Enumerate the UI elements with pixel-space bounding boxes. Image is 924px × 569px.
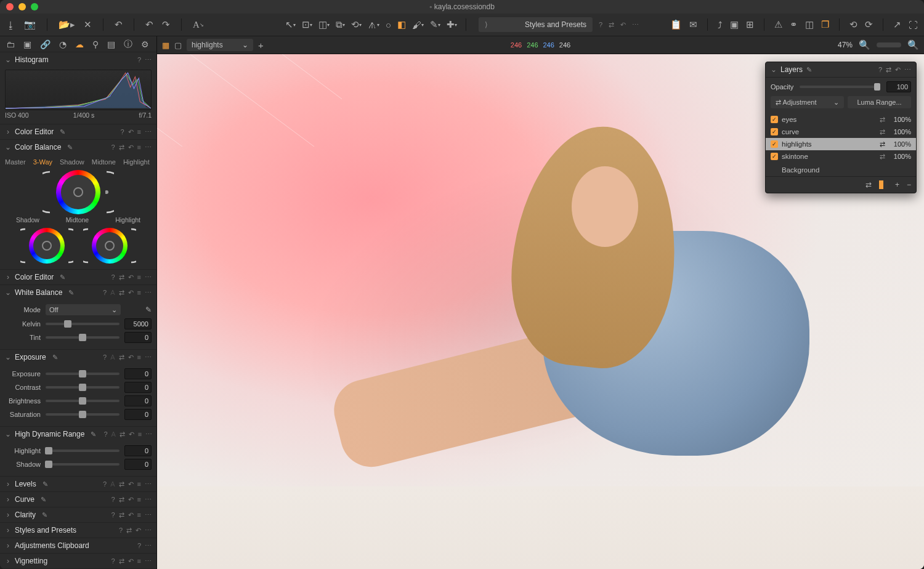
close-x-icon[interactable]: ✕ bbox=[84, 19, 92, 30]
layer-visible-checkbox[interactable]: ✓ bbox=[771, 128, 778, 135]
cb-help-icon[interactable]: ? bbox=[111, 143, 115, 151]
wb-toggle[interactable]: ⌄ bbox=[5, 288, 11, 297]
color-tab-icon[interactable]: ◔ bbox=[59, 39, 67, 49]
pencil-icon[interactable]: ✎ bbox=[52, 353, 58, 361]
kelvin-value[interactable]: 5000 bbox=[124, 318, 152, 329]
opacity-value[interactable]: 100 bbox=[886, 81, 911, 92]
sp-reset-icon[interactable]: ↶ bbox=[136, 527, 141, 535]
cv-help-icon[interactable]: ? bbox=[111, 496, 115, 504]
styles-more-icon[interactable]: ⋯ bbox=[632, 21, 639, 29]
brush-tool-icon[interactable]: 🖌▾ bbox=[412, 20, 424, 30]
hdr-more-icon[interactable]: ⋯ bbox=[145, 430, 152, 438]
cursor-tool-icon[interactable]: ↖▾ bbox=[285, 19, 296, 30]
ac-help-icon[interactable]: ? bbox=[137, 542, 141, 550]
styles-swap-icon[interactable]: ⇄ bbox=[609, 21, 614, 29]
keystone-tool-icon[interactable]: ⩚▾ bbox=[368, 20, 379, 30]
undo-icon[interactable]: ↶ bbox=[145, 19, 153, 30]
layer-visible-checkbox[interactable]: ✓ bbox=[771, 116, 778, 123]
ac-more-icon[interactable]: ⋯ bbox=[145, 542, 152, 550]
shadow-arc-right[interactable] bbox=[67, 227, 73, 264]
ce2-reset-icon[interactable]: ↶ bbox=[128, 273, 134, 281]
layer-item-curve[interactable]: ✓curve⇄100% bbox=[766, 126, 916, 138]
highlight-arc-left[interactable] bbox=[83, 227, 89, 264]
ce2-list-icon[interactable]: ≡ bbox=[137, 273, 141, 281]
select-tool-icon[interactable]: ◫▾ bbox=[318, 19, 330, 30]
cl-reset-icon[interactable]: ↶ bbox=[128, 511, 134, 519]
cb-tab-shadow[interactable]: Shadow bbox=[60, 158, 84, 166]
hdr-help-icon[interactable]: ? bbox=[103, 430, 107, 438]
lv-list-icon[interactable]: ≡ bbox=[137, 480, 141, 488]
hist-help-icon[interactable]: ? bbox=[137, 56, 141, 64]
cb-more-icon[interactable]: ⋯ bbox=[145, 143, 152, 151]
layer-add-icon[interactable]: + bbox=[895, 180, 899, 189]
ce2-toggle[interactable]: › bbox=[5, 273, 11, 281]
shadow-color-wheel[interactable] bbox=[29, 228, 65, 264]
single-view-icon[interactable]: ▢ bbox=[174, 41, 182, 50]
highlight-arc-right[interactable] bbox=[130, 227, 136, 264]
mail-icon[interactable]: ✉ bbox=[689, 19, 697, 30]
hdr-swap-icon[interactable]: ⇄ bbox=[120, 430, 125, 438]
layers-swap-icon[interactable]: ⇄ bbox=[886, 66, 891, 74]
master-color-wheel[interactable] bbox=[56, 170, 100, 214]
lv-reset-icon[interactable]: ↶ bbox=[128, 480, 134, 488]
saturation-slider[interactable] bbox=[46, 413, 120, 416]
histogram-toggle[interactable]: ⌄ bbox=[5, 55, 11, 64]
ce1-reset-icon[interactable]: ↶ bbox=[128, 128, 134, 136]
folder-open-icon[interactable]: 📂▸ bbox=[59, 19, 75, 30]
grid-view-icon[interactable]: ▦ bbox=[162, 41, 169, 50]
annotate-icon[interactable]: A↘ bbox=[193, 20, 204, 30]
cl-more-icon[interactable]: ⋯ bbox=[145, 511, 152, 519]
import-icon[interactable]: ⭳ bbox=[6, 20, 15, 30]
vg-reset-icon[interactable]: ↶ bbox=[128, 557, 134, 565]
exp-reset-icon[interactable]: ↶ bbox=[128, 353, 134, 361]
pencil-icon[interactable]: ✎ bbox=[41, 496, 46, 504]
pencil-icon[interactable]: ✎ bbox=[91, 430, 96, 438]
levels-toggle[interactable]: › bbox=[5, 480, 11, 488]
wb-help-icon[interactable]: ? bbox=[103, 289, 107, 297]
cl-swap-icon[interactable]: ⇄ bbox=[119, 511, 124, 519]
highlight-color-wheel[interactable] bbox=[92, 228, 128, 264]
shadow-arc-left[interactable] bbox=[20, 227, 26, 264]
exp-help-icon[interactable]: ? bbox=[103, 353, 107, 361]
wb-more-icon[interactable]: ⋯ bbox=[145, 289, 152, 297]
layer-sliders-icon[interactable]: ⇄ bbox=[880, 140, 885, 148]
add-layer-icon[interactable]: + bbox=[258, 40, 264, 50]
sp-help-icon[interactable]: ? bbox=[119, 527, 123, 535]
exposure-slider[interactable] bbox=[46, 373, 120, 375]
pencil-icon[interactable]: ✎ bbox=[42, 511, 47, 519]
layers-toggle[interactable]: ⌄ bbox=[771, 65, 777, 74]
vg-more-icon[interactable]: ⋯ bbox=[145, 557, 152, 565]
layer-background[interactable]: Background bbox=[766, 164, 916, 176]
repair-tool-icon[interactable]: ✚▾ bbox=[447, 19, 457, 30]
lv-swap-icon[interactable]: ⇄ bbox=[119, 480, 124, 488]
brightness-slider[interactable] bbox=[46, 400, 120, 402]
image-viewer[interactable]: ⌄ Layers ✎ ? ⇄ ↶ ⋯ Opacity 100 ⇄ Adjustm… bbox=[157, 54, 924, 569]
multi-view-icon[interactable]: ❐ bbox=[821, 19, 829, 30]
exp-list-icon[interactable]: ≡ bbox=[137, 353, 141, 361]
pencil-icon[interactable]: ✎ bbox=[60, 128, 65, 136]
exposure-value[interactable]: 0 bbox=[124, 368, 152, 379]
luma-range-button[interactable]: Luma Range... bbox=[848, 96, 911, 108]
info-tab-icon[interactable]: ⓘ bbox=[124, 39, 132, 50]
styles-presets-dropdown[interactable]: ⟩ Styles and Presets bbox=[479, 17, 593, 32]
ce2-swap-icon[interactable]: ⇄ bbox=[119, 273, 124, 281]
search-icon[interactable]: 🔍 bbox=[907, 39, 919, 50]
tint-value[interactable]: 0 bbox=[124, 332, 152, 343]
layer-remove-icon[interactable]: − bbox=[907, 180, 911, 189]
histogram-graph[interactable] bbox=[5, 70, 152, 110]
hdr-toggle[interactable]: ⌄ bbox=[5, 430, 11, 438]
ce1-list-icon[interactable]: ≡ bbox=[137, 128, 141, 136]
cb-swap-icon[interactable]: ⇄ bbox=[119, 143, 124, 151]
layer-visible-checkbox[interactable]: ✓ bbox=[771, 140, 778, 148]
cv-swap-icon[interactable]: ⇄ bbox=[119, 496, 124, 504]
link-tab-icon[interactable]: 🔗 bbox=[40, 39, 51, 49]
layer-type-dropdown[interactable]: ⇄ Adjustment⌄ bbox=[771, 96, 844, 108]
pencil-icon[interactable]: ✎ bbox=[43, 480, 48, 488]
wb-swap-icon[interactable]: ⇄ bbox=[119, 289, 124, 297]
ce2-help-icon[interactable]: ? bbox=[111, 273, 115, 281]
clarity-toggle[interactable]: › bbox=[5, 510, 11, 519]
opacity-slider[interactable] bbox=[800, 86, 880, 88]
wb-list-icon[interactable]: ≡ bbox=[137, 289, 141, 297]
rotate-ccw-icon[interactable]: ⟲ bbox=[849, 19, 857, 30]
ce1-more-icon[interactable]: ⋯ bbox=[145, 128, 152, 136]
